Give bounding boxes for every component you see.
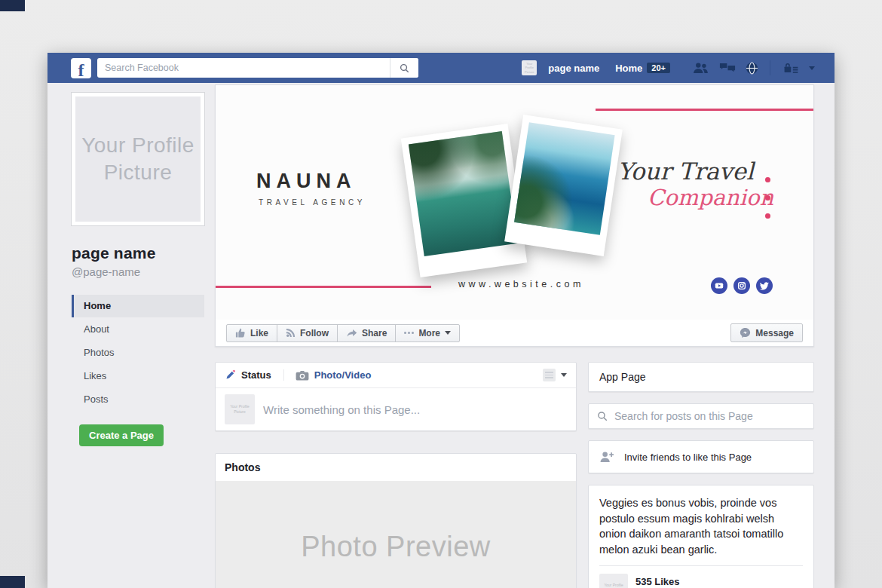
page-action-buttons: Like Follow Share More bbox=[226, 324, 460, 342]
sidebar-item-photos[interactable]: Photos bbox=[72, 341, 204, 364]
search-icon bbox=[597, 411, 608, 421]
app-page-label: App Page bbox=[599, 371, 646, 383]
social-icons bbox=[711, 277, 773, 294]
page-title: page name bbox=[72, 244, 215, 262]
facebook-navbar: f Your Profile Picture page name Home 20… bbox=[47, 53, 835, 83]
sidebar-item-home[interactable]: Home bbox=[72, 295, 204, 317]
profile-picture-placeholder[interactable]: Your Profile Picture bbox=[72, 93, 204, 225]
follow-button[interactable]: Follow bbox=[277, 324, 338, 342]
sidebar-item-likes[interactable]: Likes bbox=[72, 365, 204, 387]
invite-friends-label: Invite friends to like this Page bbox=[624, 452, 752, 463]
composer-options-chevron-icon[interactable] bbox=[561, 373, 567, 377]
search-button[interactable] bbox=[390, 58, 418, 78]
facebook-logo-letter: f bbox=[78, 62, 84, 78]
cover-slogan: Your Travel Companion bbox=[617, 158, 779, 210]
privacy-shortcuts-icon[interactable] bbox=[782, 62, 799, 74]
camera-icon bbox=[296, 370, 309, 381]
feed-column: Status Photo/Video bbox=[215, 362, 577, 588]
page-posts-search bbox=[588, 403, 814, 429]
navbar-profile-thumbnail[interactable]: Your Profile Picture bbox=[522, 60, 537, 75]
navbar-home-link[interactable]: Home 20+ bbox=[615, 63, 670, 74]
photo-preview-label: Photo Preview bbox=[301, 531, 491, 563]
page-description-text: Veggies es bonus vobis, proinde vos post… bbox=[599, 495, 803, 557]
page-description-card: Veggies es bonus vobis, proinde vos post… bbox=[588, 485, 814, 588]
post-input[interactable] bbox=[263, 403, 567, 416]
chevron-down-icon bbox=[445, 331, 451, 335]
message-button[interactable]: Message bbox=[730, 323, 803, 342]
decor-corner-top-left bbox=[0, 0, 25, 11]
friend-requests-icon[interactable] bbox=[692, 62, 709, 74]
thumbs-up-icon bbox=[235, 328, 246, 338]
invite-friends-card[interactable]: Invite friends to like this Page bbox=[588, 440, 814, 473]
composer-avatar: Your Profile Picture bbox=[225, 394, 255, 424]
likes-avatar: Your Profile Picture bbox=[599, 574, 628, 588]
cover-accent-line-bottom bbox=[216, 286, 431, 288]
tab-status[interactable]: Status bbox=[225, 369, 284, 381]
cover-polaroid-right bbox=[504, 115, 623, 256]
composer-tabs: Status Photo/Video bbox=[216, 363, 576, 388]
youtube-icon[interactable] bbox=[711, 277, 727, 294]
facebook-window: f Your Profile Picture page name Home 20… bbox=[47, 53, 835, 588]
website-url: www.website.com bbox=[458, 279, 584, 289]
like-button[interactable]: Like bbox=[226, 324, 277, 342]
follow-icon bbox=[286, 328, 296, 338]
mockup-canvas: f Your Profile Picture page name Home 20… bbox=[0, 0, 882, 588]
share-icon bbox=[346, 328, 357, 338]
pencil-icon bbox=[225, 369, 236, 381]
composer-body: Your Profile Picture bbox=[216, 388, 576, 430]
page-action-bar: Like Follow Share More bbox=[216, 320, 813, 346]
more-button[interactable]: More bbox=[395, 324, 460, 342]
instagram-icon[interactable] bbox=[733, 277, 750, 294]
navbar-divider bbox=[770, 60, 770, 75]
navbar-icons bbox=[692, 60, 815, 75]
messages-icon[interactable] bbox=[719, 62, 736, 74]
likes-summary: Your Profile Picture 535 Likes You and 3… bbox=[599, 565, 803, 588]
page-posts-search-input[interactable] bbox=[614, 410, 805, 422]
messenger-icon bbox=[740, 327, 751, 338]
cover-card: NAUNA TRAVEL AGENCY Your Travel Companio… bbox=[215, 84, 814, 347]
cover-accent-line-top bbox=[596, 109, 813, 111]
navbar-profile-name[interactable]: page name bbox=[548, 63, 599, 74]
notification-count-badge: 20+ bbox=[647, 63, 670, 73]
notifications-globe-icon[interactable] bbox=[746, 62, 758, 75]
photos-section: Photos Photo Preview bbox=[215, 453, 577, 588]
composer-options bbox=[543, 369, 567, 381]
cover-photo[interactable]: NAUNA TRAVEL AGENCY Your Travel Companio… bbox=[216, 85, 813, 320]
twitter-icon[interactable] bbox=[756, 277, 773, 294]
slogan-line-1: Your Travel bbox=[617, 158, 779, 185]
polaroid-photo-ocean bbox=[514, 122, 615, 235]
search-icon bbox=[400, 63, 409, 73]
search-input[interactable] bbox=[97, 63, 390, 73]
right-rail: App Page Invite friends to like this Pag… bbox=[588, 362, 814, 588]
main-content: NAUNA TRAVEL AGENCY Your Travel Companio… bbox=[215, 84, 814, 588]
ellipsis-icon bbox=[404, 332, 414, 334]
post-composer: Status Photo/Video bbox=[215, 362, 577, 431]
page-handle: @page-name bbox=[72, 265, 215, 278]
navbar-search bbox=[97, 58, 418, 78]
tab-photo-video[interactable]: Photo/Video bbox=[296, 369, 372, 381]
facebook-logo[interactable]: f bbox=[71, 58, 91, 78]
create-page-button[interactable]: Create a Page bbox=[79, 424, 164, 446]
photo-preview-area[interactable]: Photo Preview bbox=[216, 481, 576, 588]
slogan-line-2: Companion bbox=[648, 185, 779, 210]
polaroid-photo-pool bbox=[409, 131, 518, 256]
app-page-card[interactable]: App Page bbox=[588, 362, 814, 392]
sidebar-item-about[interactable]: About bbox=[72, 318, 204, 341]
cover-accent-dots bbox=[765, 177, 770, 219]
brand-name: NAUNA bbox=[256, 170, 366, 193]
photos-section-title: Photos bbox=[216, 454, 576, 481]
navbar-right-cluster: Your Profile Picture page name Home 20+ bbox=[522, 60, 815, 75]
add-friend-icon bbox=[599, 451, 614, 463]
decor-corner-bottom-left bbox=[0, 576, 25, 588]
brand-logo: NAUNA TRAVEL AGENCY bbox=[256, 170, 366, 207]
page-sidebar: Your Profile Picture page name @page-nam… bbox=[47, 83, 215, 588]
likes-count: 535 Likes bbox=[635, 576, 772, 587]
brand-tagline: TRAVEL AGENCY bbox=[256, 198, 366, 207]
account-menu-chevron-icon[interactable] bbox=[809, 66, 815, 70]
page-body: Status Photo/Video bbox=[215, 362, 814, 588]
page-nav: Home About Photos Likes Posts bbox=[72, 295, 204, 411]
composer-preview-thumbnail[interactable] bbox=[543, 369, 556, 381]
share-button[interactable]: Share bbox=[337, 324, 396, 342]
cover-polaroid-left bbox=[401, 124, 527, 277]
sidebar-item-posts[interactable]: Posts bbox=[72, 388, 204, 411]
